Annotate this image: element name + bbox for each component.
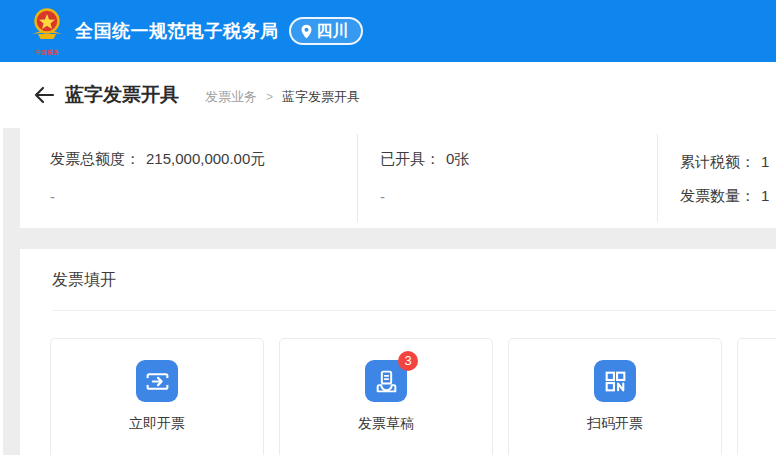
quota-stats-card: 发票总额度：215,000,000.00元 - 已开具：0张 - 累计税额：1 … bbox=[20, 128, 776, 228]
invoice-count-label: 发票数量： bbox=[680, 187, 755, 204]
issued-sub: - bbox=[380, 188, 385, 205]
invoice-count-value: 1 bbox=[761, 187, 769, 204]
ticket-arrow-icon bbox=[136, 360, 178, 402]
total-tax-label: 累计税额： bbox=[680, 153, 755, 170]
breadcrumb: 发票业务 > 蓝字发票开具 bbox=[205, 85, 360, 106]
section-divider bbox=[52, 310, 776, 311]
qrcode-icon bbox=[594, 360, 636, 402]
stats-divider bbox=[357, 134, 358, 222]
etax-bureau-page: 中国税务 全国统一规范电子税务局 四川 蓝字发票开具 发票业务 > bbox=[0, 0, 776, 455]
tile-label: 立即开票 bbox=[51, 415, 263, 433]
invoice-fill-card: 发票填开 立即开票 bbox=[20, 249, 776, 455]
tile-issue-now[interactable]: 立即开票 bbox=[50, 338, 264, 455]
back-button[interactable] bbox=[31, 82, 57, 108]
total-tax-value: 1 bbox=[761, 153, 769, 170]
invoice-tiles: 立即开票 3 发票草稿 bbox=[50, 338, 776, 455]
app-title: 全国统一规范电子税务局 bbox=[75, 19, 279, 43]
invoice-count-stat: 发票数量：1 bbox=[680, 187, 769, 206]
tile-label: 发票草稿 bbox=[280, 415, 492, 433]
arrow-left-icon bbox=[33, 85, 55, 105]
location-pin-icon bbox=[299, 23, 314, 40]
region-label: 四川 bbox=[317, 21, 349, 42]
breadcrumb-parent[interactable]: 发票业务 bbox=[205, 88, 257, 106]
breadcrumb-bar: 蓝字发票开具 发票业务 > 蓝字发票开具 bbox=[0, 62, 776, 128]
total-tax-stat: 累计税额：1 bbox=[680, 153, 769, 172]
page-title: 蓝字发票开具 bbox=[65, 82, 179, 108]
tile-invoice-drafts[interactable]: 3 发票草稿 bbox=[279, 338, 493, 455]
total-quota-stat: 发票总额度：215,000,000.00元 bbox=[50, 150, 265, 169]
tile-scan-qr[interactable]: 扫码开票 bbox=[508, 338, 722, 455]
printer-draft-icon: 3 bbox=[365, 360, 407, 402]
issued-label: 已开具： bbox=[380, 150, 440, 167]
stats-divider bbox=[657, 134, 658, 222]
tile-label: 扫码开票 bbox=[509, 415, 721, 433]
tax-bureau-logo: 中国税务 bbox=[28, 7, 66, 59]
tile-partial[interactable] bbox=[737, 338, 776, 455]
logo-caption: 中国税务 bbox=[35, 48, 60, 57]
breadcrumb-current: 蓝字发票开具 bbox=[282, 88, 360, 106]
issued-stat: 已开具：0张 bbox=[380, 150, 469, 169]
issued-value: 0张 bbox=[446, 150, 469, 167]
total-quota-value: 215,000,000.00元 bbox=[146, 150, 265, 167]
section-title: 发票填开 bbox=[52, 270, 116, 291]
national-emblem-icon bbox=[30, 7, 64, 49]
breadcrumb-separator: > bbox=[266, 90, 273, 104]
region-selector[interactable]: 四川 bbox=[289, 17, 363, 45]
drafts-count-badge: 3 bbox=[398, 351, 418, 371]
total-quota-label: 发票总额度： bbox=[50, 150, 140, 167]
total-quota-sub: - bbox=[50, 188, 55, 205]
app-header: 中国税务 全国统一规范电子税务局 四川 bbox=[0, 0, 776, 62]
